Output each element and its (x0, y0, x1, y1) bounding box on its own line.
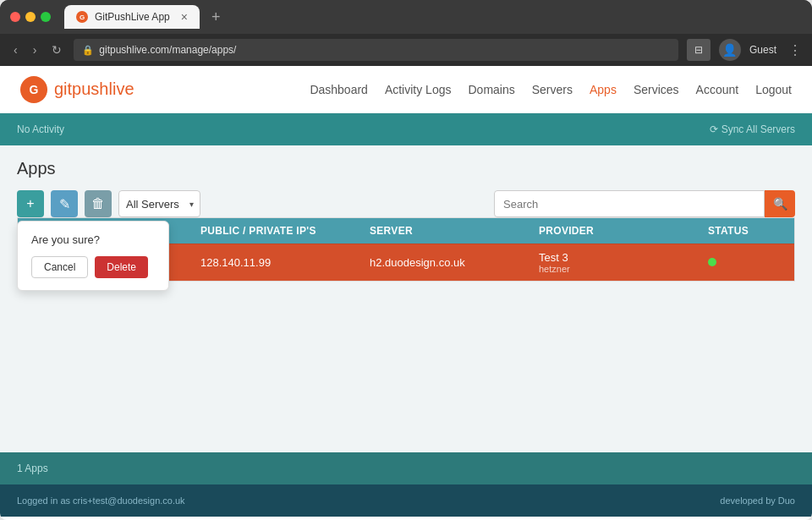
tab-title: GitPushLive App (95, 11, 170, 23)
nav-domains[interactable]: Domains (468, 83, 514, 96)
footer-bar: Logged in as cris+test@duodesign.co.uk d… (0, 484, 812, 517)
url-bar[interactable]: 🔒 gitpushlive.com/manage/apps/ (74, 39, 678, 61)
col-status: Status (708, 225, 776, 237)
activity-text: No Activity (17, 123, 64, 135)
delete-app-button[interactable]: 🗑 (85, 190, 112, 217)
logo: G gitpushlive (20, 76, 134, 103)
app-nav: G gitpushlive Dashboard Activity Logs Do… (0, 66, 812, 113)
address-bar-area: ‹ › ↻ 🔒 gitpushlive.com/manage/apps/ ⊟ 👤… (0, 34, 812, 66)
guest-label: Guest (749, 44, 776, 56)
nav-dashboard[interactable]: Dashboard (310, 83, 368, 96)
cancel-button[interactable]: Cancel (31, 256, 88, 278)
url-text: gitpushlive.com/manage/apps/ (99, 44, 236, 56)
nav-activity-logs[interactable]: Activity Logs (385, 83, 452, 96)
lock-icon: 🔒 (82, 45, 94, 56)
back-button[interactable]: ‹ (10, 40, 21, 60)
count-bar: 1 Apps (0, 452, 812, 484)
refresh-button[interactable]: ↻ (48, 40, 65, 60)
server-filter-select[interactable]: All Servers (118, 190, 200, 217)
server-filter-wrapper: All Servers ▾ (118, 190, 200, 217)
developed-by-text: developed by Duo (720, 495, 795, 506)
tab-close-icon[interactable]: × (181, 10, 188, 24)
search-button[interactable]: 🔍 (765, 190, 795, 217)
logo-text: gitpushlive (54, 79, 134, 99)
provider-sub: hetzner (539, 264, 708, 274)
page-title: Apps (17, 159, 795, 178)
search-wrapper: 🔍 (494, 190, 795, 217)
new-tab-button[interactable]: + (206, 8, 226, 26)
nav-servers[interactable]: Servers (532, 83, 573, 96)
confirm-buttons: Cancel Delete (31, 256, 155, 278)
logged-in-text: Logged in as cris+test@duodesign.co.uk (17, 495, 185, 506)
logo-text-accent: live (109, 79, 134, 98)
close-button[interactable] (10, 12, 20, 22)
status-active-dot (708, 258, 716, 266)
sync-icon: ⟳ (710, 123, 718, 135)
nav-account[interactable]: Account (696, 83, 739, 96)
nav-logout[interactable]: Logout (755, 83, 792, 96)
trash-icon: 🗑 (91, 196, 105, 211)
bookmarks-icon[interactable]: ⊟ (687, 39, 710, 61)
logo-text-plain: gitpush (54, 79, 109, 98)
tab-favicon: G (76, 11, 88, 23)
apps-count: 1 Apps (17, 463, 48, 474)
user-icon[interactable]: 👤 (719, 39, 741, 61)
cell-provider: Test 3 hetzner (539, 251, 708, 274)
confirm-popup: Are you sure? Cancel Delete (17, 221, 169, 291)
edit-icon: ✎ (59, 196, 70, 212)
maximize-button[interactable] (41, 12, 51, 22)
nav-services[interactable]: Services (634, 83, 679, 96)
cell-ip: 128.140.11.99 (200, 256, 370, 269)
provider-name: Test 3 (539, 251, 708, 264)
traffic-lights (10, 12, 51, 22)
search-input[interactable] (494, 190, 765, 217)
col-server: Server (370, 225, 539, 237)
minimize-button[interactable] (25, 12, 36, 22)
sync-all-servers-button[interactable]: ⟳ Sync All Servers (710, 123, 795, 135)
nav-apps[interactable]: Apps (590, 83, 617, 96)
edit-app-button[interactable]: ✎ (51, 190, 78, 217)
browser-menu-icon[interactable]: ⋮ (788, 42, 802, 58)
nav-links: Dashboard Activity Logs Domains Servers … (310, 83, 792, 96)
delete-confirm-button[interactable]: Delete (95, 256, 148, 278)
confirm-question: Are you sure? (31, 233, 155, 246)
add-app-button[interactable]: + (17, 190, 44, 217)
browser-tab[interactable]: G GitPushLive App × (64, 5, 200, 29)
toolbar: + ✎ 🗑 All Servers ▾ Are you sure? (17, 190, 795, 217)
forward-button[interactable]: › (30, 40, 41, 60)
activity-bar: No Activity ⟳ Sync All Servers (0, 113, 812, 145)
cell-server: h2.duodesign.co.uk (370, 256, 539, 269)
sync-label: Sync All Servers (721, 123, 795, 135)
search-icon: 🔍 (773, 197, 787, 211)
col-provider: Provider (539, 225, 708, 237)
col-ip: Public / Private IP's (200, 225, 370, 237)
cell-status (708, 256, 776, 269)
logo-icon: G (20, 76, 47, 103)
